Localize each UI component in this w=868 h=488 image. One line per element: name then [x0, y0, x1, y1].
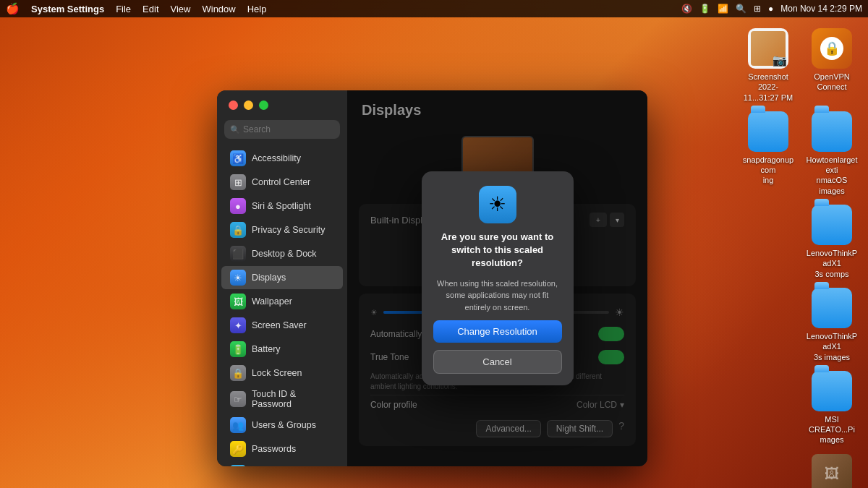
- window-controls: [217, 90, 347, 117]
- howtoen-folder: [812, 111, 852, 152]
- cancel-button[interactable]: Cancel: [433, 350, 562, 374]
- passwords-icon: 🔑: [230, 441, 246, 457]
- siri-icon[interactable]: ●: [768, 4, 773, 14]
- menu-window[interactable]: Window: [202, 4, 235, 14]
- desktop-icon-openvpn[interactable]: 🔒 OpenVPN Connect: [803, 25, 861, 95]
- menu-help[interactable]: Help: [247, 4, 267, 14]
- maximize-button[interactable]: [259, 100, 268, 110]
- sidebar-item-users[interactable]: 👥 Users & Groups: [221, 414, 343, 437]
- menu-file[interactable]: File: [116, 4, 131, 14]
- sidebar-item-touchid[interactable]: ☞ Touch ID & Password: [221, 385, 343, 413]
- change-resolution-dialog: ☀ Are you sure you want to switch to thi…: [422, 171, 574, 385]
- control-center-icon[interactable]: ⊞: [754, 4, 761, 14]
- screenshot-label: Screenshot2022-11...31:27 PM: [742, 72, 794, 103]
- sidebar-item-privacy[interactable]: 🔒 Privacy & Security: [221, 218, 343, 241]
- desktop-icon-snapdragon[interactable]: snapdragonupcoming: [739, 108, 797, 189]
- touchid-icon: ☞: [230, 391, 246, 407]
- system-settings-window: 🔍 ♿ Accessibility ⊞ Control Center ● Sir…: [217, 90, 647, 466]
- sidebar-item-accessibility[interactable]: ♿ Accessibility: [221, 147, 343, 170]
- dialog-title: Are you sure you want to switch to this …: [433, 231, 562, 270]
- touchid-label: Touch ID & Password: [252, 389, 334, 409]
- desktop-icon-howtoen[interactable]: HowtoenlargetextinmacOS images: [803, 108, 861, 199]
- desktop-icon-lenovo2[interactable]: LenovoThinkPadX13s images: [803, 285, 861, 365]
- privacy-icon: 🔒: [230, 222, 246, 238]
- wifi-icon: 📶: [718, 4, 728, 14]
- menubar: 🍎 System Settings File Edit View Window …: [0, 0, 868, 17]
- control-center-label: Control Center: [252, 177, 310, 187]
- openvpn-thumbnail: 🔒: [812, 28, 852, 69]
- sidebar-item-screensaver[interactable]: ✦ Screen Saver: [221, 314, 343, 337]
- passwords-label: Passwords: [252, 444, 296, 454]
- dialog-icon: ☀: [479, 186, 516, 223]
- datetime: Mon Nov 14 2:29 PM: [780, 4, 862, 14]
- displays-icon: ☀: [230, 270, 246, 286]
- screensaver-icon: ✦: [230, 317, 246, 333]
- desktop-icon-msi[interactable]: MSICREATO...Pimages: [803, 368, 861, 448]
- close-button[interactable]: [229, 100, 238, 110]
- lenovo1-folder: [812, 205, 852, 245]
- accessibility-label: Accessibility: [252, 153, 301, 163]
- lenovo2-label: LenovoThinkPadX13s images: [806, 331, 858, 362]
- main-panel: Displays Built-in Display +: [347, 90, 647, 466]
- sidebar: 🔍 ♿ Accessibility ⊞ Control Center ● Sir…: [217, 90, 347, 466]
- snapdragon-label: snapdragonupcoming: [742, 155, 794, 186]
- internet-icon: 🌐: [230, 465, 246, 466]
- sidebar-item-lock[interactable]: 🔒 Lock Screen: [221, 361, 343, 385]
- display-sun-icon: ☀: [488, 192, 506, 216]
- screenshot-thumbnail: [748, 28, 788, 69]
- search-bar[interactable]: 🔍: [224, 120, 340, 139]
- desktop-icon-small: ⬛: [230, 246, 246, 262]
- lock-icon: 🔒: [230, 365, 246, 381]
- lenovo1-label: LenovoThinkPadX13s comps: [806, 248, 858, 279]
- lock-label: Lock Screen: [252, 368, 302, 378]
- dialog-body: When using this scaled resolution, some …: [433, 278, 562, 314]
- sidebar-item-displays[interactable]: ☀ Displays: [221, 266, 343, 289]
- msi-label: MSICREATO...Pimages: [806, 414, 858, 445]
- openvpn-inner-icon: 🔒: [820, 37, 843, 60]
- sidebar-item-internet[interactable]: 🌐 Internet Accounts: [221, 461, 343, 466]
- menu-edit[interactable]: Edit: [142, 4, 158, 14]
- search-icon[interactable]: 🔍: [736, 4, 746, 14]
- snapdragon-folder: [748, 111, 788, 152]
- desktop-row-5: MSICREATO...Pimages: [803, 368, 861, 448]
- wallpaper-icon: 🖼: [230, 294, 246, 309]
- desktop-row-2: snapdragonupcoming Howtoenlargetextinmac…: [739, 108, 861, 199]
- desktop-row-3: LenovoThinkPadX13s comps: [803, 202, 861, 282]
- desktop-icon-p1024080[interactable]: 🖼 P1024080JeffW.jpg: [803, 451, 861, 488]
- displays-label: Displays: [252, 273, 286, 283]
- howtoen-label: HowtoenlargetextinmacOS images: [806, 155, 858, 196]
- apple-menu[interactable]: 🍎: [6, 2, 20, 15]
- desktop-row-6: 🖼 P1024080JeffW.jpg: [803, 451, 861, 488]
- control-center-icon: ⊞: [230, 174, 246, 190]
- battery-label: Battery: [252, 344, 281, 354]
- sidebar-item-passwords[interactable]: 🔑 Passwords: [221, 437, 343, 461]
- openvpn-label: OpenVPN Connect: [806, 72, 858, 93]
- confirm-resolution-button[interactable]: Change Resolution: [433, 320, 562, 343]
- desktop-icon-screenshot[interactable]: Screenshot2022-11...31:27 PM: [739, 25, 797, 106]
- desktop-row-4: LenovoThinkPadX13s images: [803, 285, 861, 365]
- privacy-label: Privacy & Security: [252, 225, 325, 235]
- menu-view[interactable]: View: [171, 4, 191, 14]
- menubar-left: 🍎 System Settings File Edit View Window …: [6, 2, 266, 15]
- siri-label: Siri & Spotlight: [252, 201, 311, 211]
- search-icon: 🔍: [230, 125, 240, 134]
- menubar-right: 🔇 🔋 📶 🔍 ⊞ ● Mon Nov 14 2:29 PM: [681, 4, 862, 14]
- users-icon: 👥: [230, 417, 246, 433]
- sidebar-item-wallpaper[interactable]: 🖼 Wallpaper: [221, 290, 343, 313]
- msi-folder: [812, 371, 852, 411]
- siri-icon: ●: [230, 198, 246, 214]
- battery-icon: 🔋: [699, 4, 710, 14]
- desktop-icon-lenovo1[interactable]: LenovoThinkPadX13s comps: [803, 202, 861, 282]
- sidebar-item-control-center[interactable]: ⊞ Control Center: [221, 171, 343, 194]
- desktop-row-1: Screenshot2022-11...31:27 PM 🔒 OpenVPN C…: [739, 25, 861, 106]
- search-input[interactable]: [243, 124, 334, 134]
- sidebar-item-siri[interactable]: ● Siri & Spotlight: [221, 194, 343, 218]
- mute-icon: 🔇: [681, 4, 692, 14]
- app-name[interactable]: System Settings: [31, 4, 104, 14]
- desktop-label: Desktop & Dock: [252, 249, 317, 259]
- minimize-button[interactable]: [244, 100, 253, 110]
- sidebar-item-battery[interactable]: 🔋 Battery: [221, 338, 343, 361]
- users-label: Users & Groups: [252, 420, 316, 430]
- screensaver-label: Screen Saver: [252, 320, 307, 330]
- sidebar-item-desktop[interactable]: ⬛ Desktop & Dock: [221, 242, 343, 265]
